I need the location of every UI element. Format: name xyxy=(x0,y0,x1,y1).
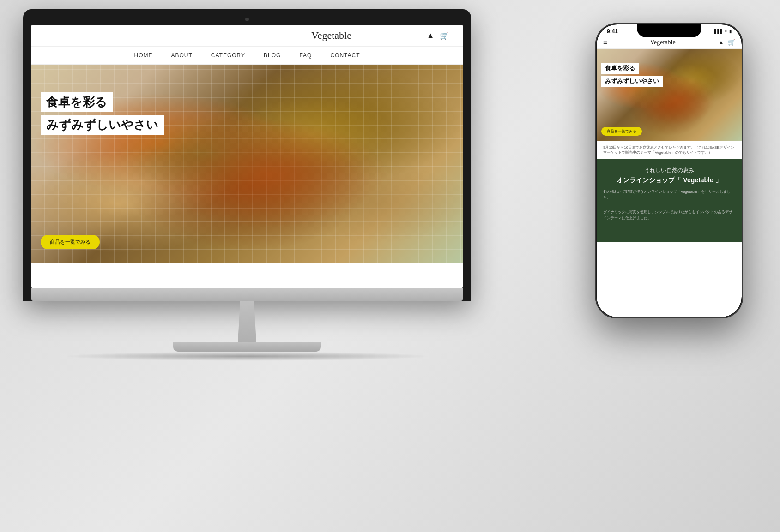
hero-text-line1: 食卓を彩る xyxy=(41,92,113,112)
imac-screen: Vegetable ▲ 🛒 HOME ABOUT CATEGORY BLOG F… xyxy=(31,25,463,288)
hero-section: 食卓を彩る みずみずしいやさい 商品を一覧でみる xyxy=(31,65,463,263)
iphone-hero-button[interactable]: 商品を一覧でみる xyxy=(601,127,642,136)
nav-home[interactable]: HOME xyxy=(134,52,152,59)
iphone-tent-icon: ▲ xyxy=(718,39,724,46)
imac-camera-row xyxy=(31,18,463,25)
iphone-site-header: ≡ Vegetable ▲ 🛒 xyxy=(597,36,742,49)
iphone-cart-icon: 🛒 xyxy=(728,39,735,46)
iphone-green-title2: オンラインショップ「 Vegetable 」 xyxy=(603,176,735,185)
hero-button[interactable]: 商品を一覧でみる xyxy=(41,235,100,249)
site-header-icons: ▲ 🛒 xyxy=(427,31,449,40)
iphone-hero-text-line1: 食卓を彩る xyxy=(601,63,639,74)
nav-about[interactable]: ABOUT xyxy=(171,52,192,59)
iphone-screen: 9:41 ▌▌▌ ≈ ▮ ≡ Vegetable ▲ 🛒 xyxy=(597,24,742,317)
scene: Vegetable ▲ 🛒 HOME ABOUT CATEGORY BLOG F… xyxy=(0,0,780,532)
nav-category[interactable]: CATEGORY xyxy=(211,52,245,59)
iphone-hero-text: 食卓を彩る みずみずしいやさい xyxy=(601,63,663,89)
imac-screen-bezel: Vegetable ▲ 🛒 HOME ABOUT CATEGORY BLOG F… xyxy=(23,9,471,301)
iphone-wrapper: 9:41 ▌▌▌ ≈ ▮ ≡ Vegetable ▲ 🛒 xyxy=(595,23,743,318)
iphone-green-text2: ダイナミックに写真を使用し、シンプルでありながらもインパクトのあるデザインテーマ… xyxy=(603,209,735,221)
iphone-green-title1: うれしい自然の恵み xyxy=(603,167,735,174)
site-logo: Vegetable xyxy=(236,30,427,42)
iphone-time: 9:41 xyxy=(607,28,618,35)
iphone-notch xyxy=(637,24,701,37)
nav-faq[interactable]: FAQ xyxy=(299,52,312,59)
nav-contact[interactable]: CONTACT xyxy=(330,52,360,59)
iphone-status-icons: ▌▌▌ ≈ ▮ xyxy=(714,29,732,34)
imac-wrapper: Vegetable ▲ 🛒 HOME ABOUT CATEGORY BLOG F… xyxy=(23,9,471,361)
hero-text-line2: みずみずしいやさい xyxy=(41,115,164,135)
site-header: Vegetable ▲ 🛒 xyxy=(31,25,463,47)
iphone-green-section: うれしい自然の恵み オンラインショップ「 Vegetable 」 旬の採れたて野… xyxy=(597,159,742,242)
iphone-notice: 9月10日から16日までお盆休みとさせていただきます。（これはBASEデザインマ… xyxy=(597,141,742,159)
cart-icon: 🛒 xyxy=(440,31,449,40)
iphone-green-text1: 旬の採れたて野菜が揃うオンラインショップ「Vegetable」をリリースしました… xyxy=(603,189,735,201)
nav-blog[interactable]: BLOG xyxy=(264,52,281,59)
signal-icon: ▌▌▌ xyxy=(714,29,723,34)
hamburger-menu-icon[interactable]: ≡ xyxy=(603,38,607,47)
iphone-inner: 9:41 ▌▌▌ ≈ ▮ ≡ Vegetable ▲ 🛒 xyxy=(597,24,742,317)
iphone-header-icons: ▲ 🛒 xyxy=(718,39,735,46)
imac-stand-base xyxy=(173,342,321,352)
imac-stand-neck xyxy=(224,301,270,342)
iphone-hero-text-line2: みずみずしいやさい xyxy=(601,76,663,87)
battery-icon: ▮ xyxy=(729,29,732,34)
tent-icon: ▲ xyxy=(427,31,434,40)
iphone-site-logo: Vegetable xyxy=(650,39,676,46)
iphone: 9:41 ▌▌▌ ≈ ▮ ≡ Vegetable ▲ 🛒 xyxy=(595,23,743,318)
site-nav: HOME ABOUT CATEGORY BLOG FAQ CONTACT xyxy=(31,47,463,65)
hero-text-area: 食卓を彩る みずみずしいやさい xyxy=(41,92,164,137)
imac-shadow xyxy=(62,352,432,361)
imac: Vegetable ▲ 🛒 HOME ABOUT CATEGORY BLOG F… xyxy=(23,9,471,361)
wifi-icon: ≈ xyxy=(725,29,727,34)
iphone-hero: 食卓を彩る みずみずしいやさい 商品を一覧でみる xyxy=(597,49,742,141)
imac-camera xyxy=(245,18,249,21)
apple-logo-icon:  xyxy=(246,290,249,299)
imac-chin:  xyxy=(31,288,463,301)
